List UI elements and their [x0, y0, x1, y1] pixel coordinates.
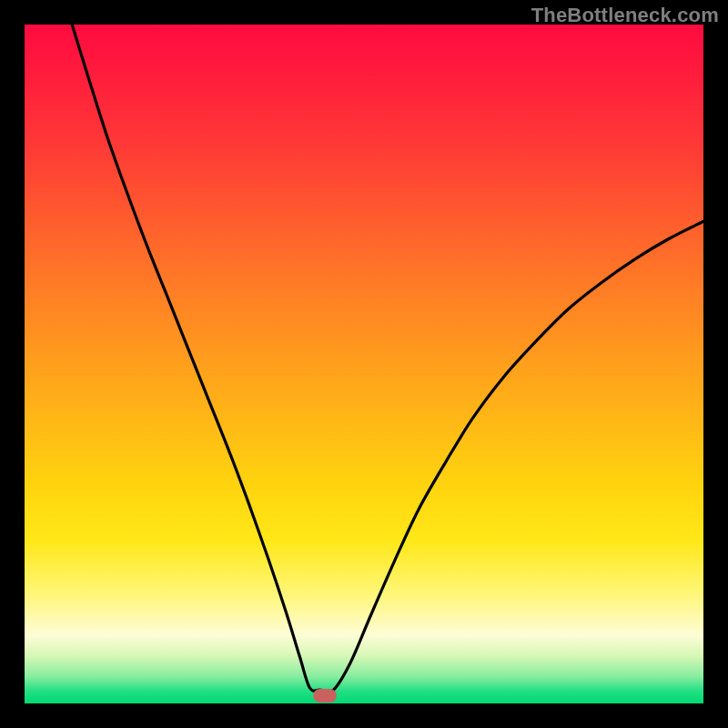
curve-path	[72, 25, 703, 692]
bottleneck-curve	[25, 25, 703, 703]
minimum-marker	[313, 689, 337, 703]
chart-frame: TheBottleneck.com	[0, 0, 728, 728]
plot-area	[25, 25, 703, 703]
